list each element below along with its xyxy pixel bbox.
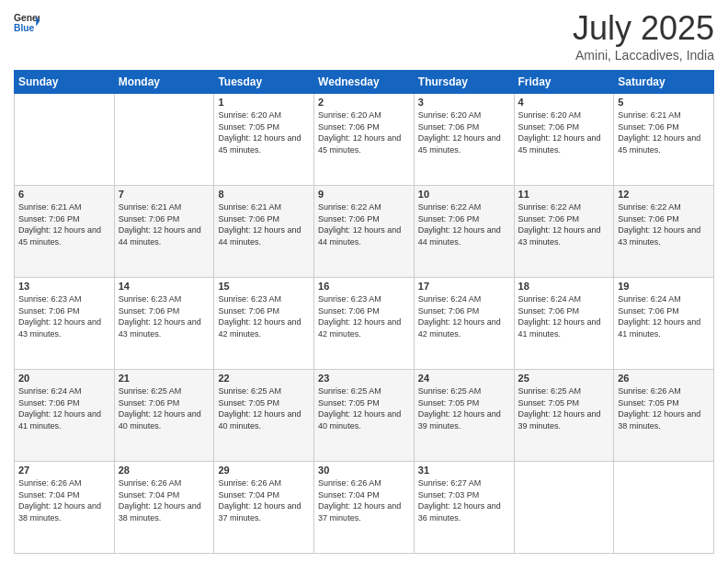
- day-header-sunday: Sunday: [15, 71, 115, 94]
- calendar-cell: 14Sunrise: 6:23 AM Sunset: 7:06 PM Dayli…: [114, 278, 214, 370]
- day-number: 21: [119, 373, 210, 384]
- day-info: Sunrise: 6:23 AM Sunset: 7:06 PM Dayligh…: [18, 293, 110, 339]
- day-number: 18: [518, 281, 610, 292]
- calendar-cell: 6Sunrise: 6:21 AM Sunset: 7:06 PM Daylig…: [15, 186, 115, 278]
- day-info: Sunrise: 6:20 AM Sunset: 7:06 PM Dayligh…: [518, 109, 610, 155]
- day-number: 3: [418, 97, 510, 108]
- day-info: Sunrise: 6:23 AM Sunset: 7:06 PM Dayligh…: [318, 293, 410, 339]
- day-number: 8: [218, 189, 310, 200]
- calendar-cell: 9Sunrise: 6:22 AM Sunset: 7:06 PM Daylig…: [314, 186, 415, 278]
- day-number: 4: [518, 97, 610, 108]
- day-number: 25: [518, 373, 610, 384]
- day-header-friday: Friday: [514, 71, 614, 94]
- calendar-cell: [514, 462, 614, 554]
- svg-text:General: General: [14, 13, 40, 23]
- calendar-cell: 28Sunrise: 6:26 AM Sunset: 7:04 PM Dayli…: [114, 462, 214, 554]
- month-title: July 2025: [573, 9, 714, 48]
- day-number: 28: [119, 465, 210, 476]
- day-number: 12: [618, 189, 710, 200]
- day-number: 30: [318, 465, 410, 476]
- day-header-thursday: Thursday: [414, 71, 514, 94]
- calendar-body: 1Sunrise: 6:20 AM Sunset: 7:05 PM Daylig…: [15, 94, 714, 554]
- day-number: 23: [318, 373, 410, 384]
- day-number: 1: [218, 97, 310, 108]
- day-header-wednesday: Wednesday: [314, 71, 415, 94]
- day-info: Sunrise: 6:23 AM Sunset: 7:06 PM Dayligh…: [119, 293, 210, 339]
- calendar-cell: 20Sunrise: 6:24 AM Sunset: 7:06 PM Dayli…: [15, 370, 115, 462]
- calendar-cell: [15, 94, 115, 186]
- calendar-cell: 16Sunrise: 6:23 AM Sunset: 7:06 PM Dayli…: [314, 278, 415, 370]
- day-number: 10: [418, 189, 510, 200]
- day-number: 6: [18, 189, 110, 200]
- day-number: 9: [318, 189, 410, 200]
- header-row: SundayMondayTuesdayWednesdayThursdayFrid…: [15, 71, 714, 94]
- calendar-cell: 27Sunrise: 6:26 AM Sunset: 7:04 PM Dayli…: [15, 462, 115, 554]
- day-info: Sunrise: 6:23 AM Sunset: 7:06 PM Dayligh…: [218, 293, 310, 339]
- calendar-cell: 17Sunrise: 6:24 AM Sunset: 7:06 PM Dayli…: [414, 278, 514, 370]
- day-number: 19: [618, 281, 710, 292]
- day-number: 26: [618, 373, 710, 384]
- day-info: Sunrise: 6:21 AM Sunset: 7:06 PM Dayligh…: [18, 201, 110, 247]
- calendar-cell: 25Sunrise: 6:25 AM Sunset: 7:05 PM Dayli…: [514, 370, 614, 462]
- day-info: Sunrise: 6:21 AM Sunset: 7:06 PM Dayligh…: [119, 201, 210, 247]
- calendar-cell: 2Sunrise: 6:20 AM Sunset: 7:06 PM Daylig…: [314, 94, 415, 186]
- day-info: Sunrise: 6:25 AM Sunset: 7:05 PM Dayligh…: [418, 385, 510, 431]
- calendar-cell: 26Sunrise: 6:26 AM Sunset: 7:05 PM Dayli…: [614, 370, 714, 462]
- day-info: Sunrise: 6:20 AM Sunset: 7:06 PM Dayligh…: [318, 109, 410, 155]
- day-number: 7: [119, 189, 210, 200]
- calendar-week-2: 6Sunrise: 6:21 AM Sunset: 7:06 PM Daylig…: [15, 186, 714, 278]
- day-info: Sunrise: 6:21 AM Sunset: 7:06 PM Dayligh…: [618, 109, 710, 155]
- calendar-table: SundayMondayTuesdayWednesdayThursdayFrid…: [14, 70, 714, 554]
- title-block: July 2025 Amini, Laccadives, India: [573, 9, 714, 63]
- calendar-cell: 24Sunrise: 6:25 AM Sunset: 7:05 PM Dayli…: [414, 370, 514, 462]
- calendar-cell: 1Sunrise: 6:20 AM Sunset: 7:05 PM Daylig…: [214, 94, 314, 186]
- logo: General Blue: [14, 9, 41, 35]
- day-number: 16: [318, 281, 410, 292]
- day-header-saturday: Saturday: [614, 71, 714, 94]
- calendar-cell: 11Sunrise: 6:22 AM Sunset: 7:06 PM Dayli…: [514, 186, 614, 278]
- page: General Blue July 2025 Amini, Laccadives…: [0, 0, 728, 563]
- day-number: 5: [618, 97, 710, 108]
- calendar-week-5: 27Sunrise: 6:26 AM Sunset: 7:04 PM Dayli…: [15, 462, 714, 554]
- day-info: Sunrise: 6:22 AM Sunset: 7:06 PM Dayligh…: [618, 201, 710, 247]
- day-number: 27: [18, 465, 110, 476]
- day-info: Sunrise: 6:21 AM Sunset: 7:06 PM Dayligh…: [218, 201, 310, 247]
- calendar-cell: 5Sunrise: 6:21 AM Sunset: 7:06 PM Daylig…: [614, 94, 714, 186]
- calendar-cell: 22Sunrise: 6:25 AM Sunset: 7:05 PM Dayli…: [214, 370, 314, 462]
- calendar-cell: 19Sunrise: 6:24 AM Sunset: 7:06 PM Dayli…: [614, 278, 714, 370]
- day-number: 20: [18, 373, 110, 384]
- day-info: Sunrise: 6:24 AM Sunset: 7:06 PM Dayligh…: [618, 293, 710, 339]
- day-info: Sunrise: 6:25 AM Sunset: 7:05 PM Dayligh…: [318, 385, 410, 431]
- day-info: Sunrise: 6:20 AM Sunset: 7:06 PM Dayligh…: [418, 109, 510, 155]
- day-number: 2: [318, 97, 410, 108]
- svg-text:Blue: Blue: [14, 23, 35, 33]
- calendar-cell: 4Sunrise: 6:20 AM Sunset: 7:06 PM Daylig…: [514, 94, 614, 186]
- calendar-cell: [614, 462, 714, 554]
- calendar-cell: 8Sunrise: 6:21 AM Sunset: 7:06 PM Daylig…: [214, 186, 314, 278]
- calendar-cell: [114, 94, 214, 186]
- calendar-cell: 15Sunrise: 6:23 AM Sunset: 7:06 PM Dayli…: [214, 278, 314, 370]
- calendar-cell: 12Sunrise: 6:22 AM Sunset: 7:06 PM Dayli…: [614, 186, 714, 278]
- day-number: 14: [119, 281, 210, 292]
- day-number: 29: [218, 465, 310, 476]
- calendar-week-1: 1Sunrise: 6:20 AM Sunset: 7:05 PM Daylig…: [15, 94, 714, 186]
- day-info: Sunrise: 6:26 AM Sunset: 7:04 PM Dayligh…: [318, 477, 410, 523]
- logo-icon: General Blue: [14, 9, 40, 35]
- day-number: 17: [418, 281, 510, 292]
- header: General Blue July 2025 Amini, Laccadives…: [14, 9, 714, 63]
- calendar-cell: 23Sunrise: 6:25 AM Sunset: 7:05 PM Dayli…: [314, 370, 415, 462]
- day-info: Sunrise: 6:26 AM Sunset: 7:04 PM Dayligh…: [218, 477, 310, 523]
- day-info: Sunrise: 6:22 AM Sunset: 7:06 PM Dayligh…: [418, 201, 510, 247]
- day-info: Sunrise: 6:20 AM Sunset: 7:05 PM Dayligh…: [218, 109, 310, 155]
- day-info: Sunrise: 6:26 AM Sunset: 7:04 PM Dayligh…: [18, 477, 110, 523]
- calendar-week-4: 20Sunrise: 6:24 AM Sunset: 7:06 PM Dayli…: [15, 370, 714, 462]
- day-info: Sunrise: 6:24 AM Sunset: 7:06 PM Dayligh…: [18, 385, 110, 431]
- day-info: Sunrise: 6:26 AM Sunset: 7:05 PM Dayligh…: [618, 385, 710, 431]
- day-info: Sunrise: 6:26 AM Sunset: 7:04 PM Dayligh…: [119, 477, 210, 523]
- day-number: 24: [418, 373, 510, 384]
- day-number: 15: [218, 281, 310, 292]
- calendar-cell: 10Sunrise: 6:22 AM Sunset: 7:06 PM Dayli…: [414, 186, 514, 278]
- calendar-cell: 13Sunrise: 6:23 AM Sunset: 7:06 PM Dayli…: [15, 278, 115, 370]
- day-number: 22: [218, 373, 310, 384]
- day-number: 11: [518, 189, 610, 200]
